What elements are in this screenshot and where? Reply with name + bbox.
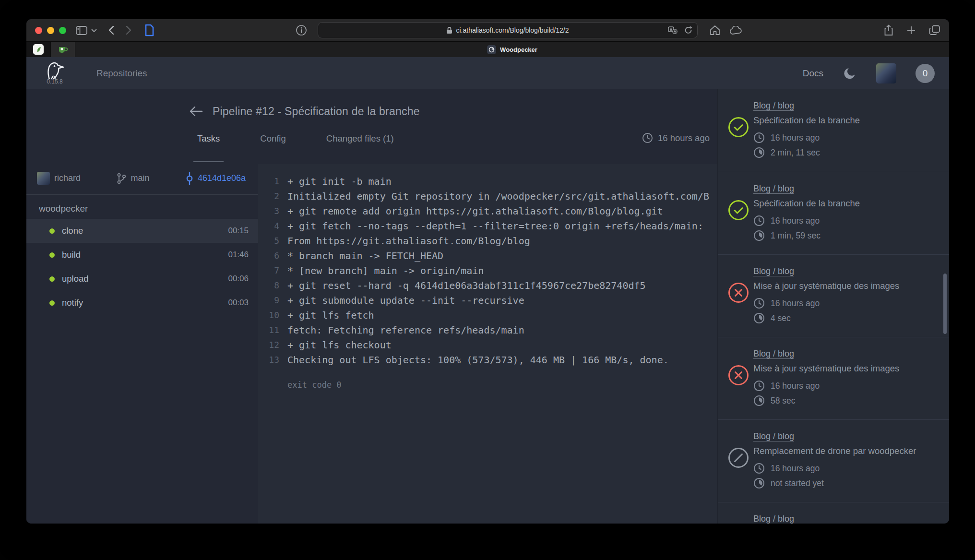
translate-icon[interactable]	[668, 26, 678, 34]
feed-entry[interactable]: Blog / blog Remplacement de drone par wo…	[718, 419, 949, 502]
feed-scrollbar[interactable]	[943, 274, 947, 334]
clock-icon	[753, 298, 765, 309]
line-number: 13	[258, 355, 287, 365]
pipeline-tabs: Tasks Config Changed files (1) 16 hours …	[26, 127, 717, 164]
branch-name: main	[131, 173, 149, 183]
feed-message: Mise à jour systématique des images	[753, 363, 942, 374]
line-text: + git reset --hard -q 4614d1e06a3dabf311…	[287, 280, 646, 291]
teacup-favicon	[58, 46, 68, 53]
active-tab-title: Woodpecker	[500, 46, 537, 53]
feed-when: 16 hours ago	[771, 133, 820, 143]
feed-repo-link[interactable]: Blog / blog	[753, 101, 794, 111]
feed-repo-link[interactable]: Blog / blog	[753, 184, 794, 194]
leaf-favicon	[33, 44, 44, 55]
share-icon[interactable]	[884, 24, 893, 36]
log-line: 3+ git remote add origin https://git.ath…	[258, 203, 717, 218]
log-line: 1+ git init -b main	[258, 174, 717, 189]
active-tab[interactable]: Woodpecker	[75, 42, 949, 57]
build-branch: main	[117, 173, 149, 184]
back-button[interactable]	[108, 25, 114, 35]
pinned-tab-leaf[interactable]	[26, 42, 51, 57]
line-text: Checking out LFS objects: 100% (573/573)…	[287, 354, 669, 366]
zoom-window-button[interactable]	[59, 27, 66, 34]
clock-icon	[753, 132, 765, 143]
log-line: 5From https://git.athaliasoft.com/Blog/b…	[258, 233, 717, 248]
clock-icon	[642, 132, 653, 143]
line-number: 10	[258, 310, 287, 320]
forward-button[interactable]	[126, 25, 131, 35]
feed-repo-link[interactable]: Blog / blog	[753, 266, 794, 276]
user-avatar[interactable]	[876, 63, 896, 83]
feed-entry[interactable]: Blog / blog Mise à jour systématique des…	[718, 337, 949, 419]
feed-repo-link[interactable]: Blog / blog	[753, 514, 794, 524]
sidebar-toggle-icon[interactable]	[76, 26, 87, 35]
close-window-button[interactable]	[35, 27, 42, 34]
console-log[interactable]: 1+ git init -b main 2Initialized empty G…	[258, 164, 717, 524]
feed-message: Remplacement de drone par woodpecker	[753, 446, 942, 456]
pipeline-age-text: 16 hours ago	[658, 133, 710, 143]
clock-icon	[753, 215, 765, 226]
woodpecker-bird-icon	[44, 61, 65, 80]
feed-when: 16 hours ago	[771, 381, 820, 391]
log-line: 12+ git lfs checkout	[258, 337, 717, 352]
line-text: From https://git.athaliasoft.com/Blog/bl…	[287, 235, 530, 247]
build-commit[interactable]: 4614d1e06a	[186, 172, 246, 185]
pinned-tab-teacup[interactable]	[51, 42, 75, 57]
feed-when: 16 hours ago	[771, 216, 820, 226]
feed-when: 16 hours ago	[771, 298, 820, 309]
feed-duration: 2 min, 11 sec	[771, 148, 820, 158]
back-arrow-icon[interactable]	[189, 106, 203, 117]
commit-hash[interactable]: 4614d1e06a	[198, 173, 246, 183]
step-name: build	[62, 250, 81, 260]
log-line: 6* branch main -> FETCH_HEAD	[258, 248, 717, 263]
feed-entry[interactable]: Blog / blog Spécification de la branche …	[718, 89, 949, 172]
page-extension-icon[interactable]	[144, 24, 155, 36]
nav-repositories[interactable]: Repositories	[96, 68, 147, 79]
step-clone[interactable]: clone 00:15	[26, 219, 258, 243]
step-time: 00:06	[228, 274, 249, 284]
step-name: clone	[62, 226, 83, 236]
clock-icon	[753, 380, 765, 392]
pipeline-titlebar: Pipeline #12 - Spécification de la branc…	[26, 89, 717, 127]
duration-icon	[753, 312, 765, 324]
step-build[interactable]: build 01:46	[26, 243, 258, 267]
woodpecker-logo[interactable]: 0.15.8	[41, 61, 69, 85]
feed-entry[interactable]: Blog / blog Remplacement de drone par wo…	[718, 502, 949, 524]
feed-entry[interactable]: Blog / blog Spécification de la branche …	[718, 172, 949, 254]
home-icon[interactable]	[709, 25, 721, 36]
line-number: 9	[258, 295, 287, 305]
sidebar-chevron-icon[interactable]	[91, 28, 97, 32]
step-notify[interactable]: notify 00:03	[26, 291, 258, 315]
log-line: 9+ git submodule update --init --recursi…	[258, 293, 717, 308]
line-text: + git remote add origin https://git.atha…	[287, 205, 663, 217]
minimize-window-button[interactable]	[47, 27, 54, 34]
step-name: notify	[62, 298, 83, 308]
docs-link[interactable]: Docs	[803, 68, 823, 79]
tab-overview-icon[interactable]	[929, 25, 940, 36]
dark-mode-moon-icon[interactable]	[843, 66, 857, 81]
notification-badge[interactable]: 0	[916, 64, 935, 83]
tab-changed-files[interactable]: Changed files (1)	[324, 127, 396, 164]
duration-icon	[753, 477, 765, 489]
pipeline-main: Pipeline #12 - Spécification de la branc…	[26, 89, 717, 524]
address-bar[interactable]: ci.athaliasoft.com/Blog/blog/build/12/2	[318, 22, 698, 38]
line-number: 11	[258, 325, 287, 335]
feed-repo-link[interactable]: Blog / blog	[753, 349, 794, 359]
line-number: 4	[258, 221, 287, 231]
feed-repo-link[interactable]: Blog / blog	[753, 431, 794, 441]
feed-entry[interactable]: Blog / blog Mise à jour systématique des…	[718, 254, 949, 337]
step-group-label: woodpecker	[26, 195, 258, 219]
icloud-tabs-icon[interactable]	[729, 26, 743, 35]
tab-tasks[interactable]: Tasks	[195, 127, 222, 164]
author-name: richard	[54, 173, 81, 183]
line-number: 8	[258, 280, 287, 290]
feed-message: Spécification de la branche	[753, 115, 942, 126]
privacy-report-icon[interactable]	[296, 24, 307, 36]
step-upload[interactable]: upload 00:06	[26, 267, 258, 291]
line-text: + git submodule update --init --recursiv…	[287, 295, 524, 306]
tab-config[interactable]: Config	[258, 127, 287, 164]
app-version: 0.15.8	[47, 78, 62, 85]
new-tab-icon[interactable]	[907, 26, 916, 35]
reload-icon[interactable]	[684, 26, 692, 35]
pipeline-title: Pipeline #12 - Spécification de la branc…	[213, 105, 420, 118]
